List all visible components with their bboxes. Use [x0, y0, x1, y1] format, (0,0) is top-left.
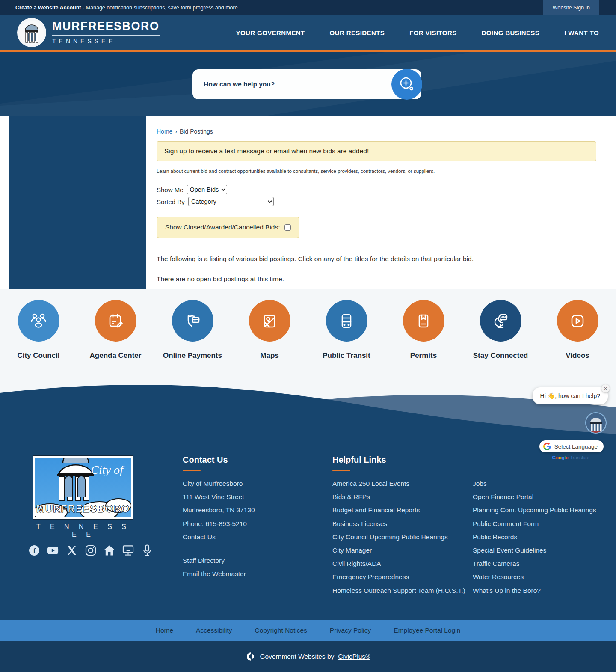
- quicklink-maps[interactable]: Maps: [231, 300, 308, 377]
- footer-link[interactable]: Bids & RFPs: [332, 493, 473, 506]
- bottom-link-accessibility[interactable]: Accessibility: [196, 627, 232, 634]
- permit-book-icon: [403, 300, 444, 342]
- footer-link[interactable]: Business Licenses: [332, 520, 473, 533]
- quicklink-label: Public Transit: [308, 351, 385, 360]
- bottom-links-bar: Home Accessibility Copyright Notices Pri…: [0, 620, 616, 641]
- quicklink-label: Videos: [539, 351, 616, 360]
- footer-link[interactable]: Special Event Guidelines: [473, 547, 613, 560]
- nextdoor-icon[interactable]: [104, 544, 115, 556]
- footer-link[interactable]: Open Finance Portal: [473, 493, 613, 506]
- quicklink-public-transit[interactable]: Public Transit: [308, 300, 385, 377]
- select-language-label: Select Language: [554, 443, 598, 450]
- quicklink-label: Agenda Center: [77, 351, 154, 360]
- social-icons-row: f: [28, 544, 153, 556]
- chat-avatar[interactable]: [585, 412, 607, 434]
- bottom-link-employee-portal[interactable]: Employee Portal Login: [394, 627, 460, 634]
- payment-shield-icon: [172, 300, 213, 342]
- footer-logo-image: City of MURFREESBORO: [33, 456, 133, 519]
- footer-link[interactable]: What's Up in the Boro?: [473, 587, 613, 600]
- signup-notice-text: to receive a text message or email when …: [187, 147, 369, 155]
- orange-rule: [332, 470, 350, 471]
- footer-link[interactable]: Homeless Outreach Support Team (H.O.S.T.…: [332, 587, 473, 600]
- helpful-links-col1: America 250 Local Events Bids & RFPs Bud…: [332, 480, 473, 600]
- footer-link[interactable]: Jobs: [473, 480, 613, 493]
- nav-for-visitors[interactable]: FOR VISITORS: [409, 29, 456, 36]
- create-account-rest: - Manage notification subscriptions, sav…: [81, 5, 240, 11]
- chat-close-icon[interactable]: ×: [601, 384, 610, 392]
- nav-our-residents[interactable]: OUR RESIDENTS: [330, 29, 385, 36]
- nav-i-want-to[interactable]: I WANT TO: [564, 29, 599, 36]
- footer-section: Hi 👋, how can I help? × Select Language …: [0, 377, 616, 672]
- x-icon[interactable]: [66, 544, 77, 556]
- create-account-link[interactable]: Create a Website Account - Manage notifi…: [15, 5, 239, 11]
- footer-wave-graphic: [0, 377, 616, 454]
- logo-city-name: MURFREESBORO: [52, 21, 160, 36]
- breadcrumb: Home›Bid Postings: [157, 116, 596, 135]
- show-me-select[interactable]: Open Bids: [187, 185, 227, 194]
- main-navigation: YOUR GOVERNMENT OUR RESIDENTS FOR VISITO…: [236, 29, 599, 36]
- nav-doing-business[interactable]: DOING BUSINESS: [482, 29, 540, 36]
- civicplus-text: Government Websites by: [260, 653, 335, 660]
- quicklink-online-payments[interactable]: Online Payments: [154, 300, 231, 377]
- footer-link[interactable]: Civil Rights/ADA: [332, 560, 473, 573]
- civicplus-logo-icon: [246, 651, 256, 662]
- footer-link[interactable]: Budget and Financial Reports: [332, 506, 473, 520]
- footer-link[interactable]: Public Comment Form: [473, 520, 613, 533]
- quicklink-videos[interactable]: Videos: [539, 300, 616, 377]
- quicklink-city-council[interactable]: City Council: [0, 300, 77, 377]
- site-header: MURFREESBORO TENNESSEE YOUR GOVERNMENT O…: [0, 15, 616, 50]
- chat-greeting-bubble: Hi 👋, how can I help?: [533, 387, 608, 404]
- footer-link[interactable]: Public Records: [473, 533, 613, 547]
- footer-link[interactable]: Water Resources: [473, 573, 613, 586]
- signup-link[interactable]: Sign up: [164, 147, 187, 155]
- search-input[interactable]: [192, 69, 421, 99]
- contact-line: Murfreesboro, TN 37130: [183, 506, 255, 520]
- video-play-icon: [557, 300, 598, 342]
- signup-notice-banner: Sign up to receive a text message or ema…: [157, 141, 596, 161]
- footer-link[interactable]: Emergency Preparedness: [332, 573, 473, 586]
- footer-link[interactable]: City Council Upcoming Public Hearings: [332, 533, 473, 547]
- bottom-link-privacy[interactable]: Privacy Policy: [330, 627, 371, 634]
- bottom-link-home[interactable]: Home: [156, 627, 173, 634]
- instagram-icon[interactable]: [85, 544, 96, 556]
- quick-links-row: City Council Agenda Center Online Paymen…: [0, 289, 616, 377]
- footer-link[interactable]: City Manager: [332, 547, 473, 560]
- quicklink-agenda-center[interactable]: Agenda Center: [77, 300, 154, 377]
- search-button[interactable]: [391, 69, 422, 100]
- bottom-link-copyright[interactable]: Copyright Notices: [255, 627, 307, 634]
- contact-heading: Contact Us: [183, 455, 255, 465]
- youtube-icon[interactable]: [47, 544, 59, 556]
- facebook-icon[interactable]: f: [28, 544, 40, 556]
- intro-text: Learn about current bid and contract opp…: [157, 169, 596, 174]
- monitor-icon[interactable]: [122, 544, 134, 556]
- rotunda-avatar-icon: [586, 413, 606, 433]
- quicklink-label: Maps: [231, 351, 308, 360]
- nav-your-government[interactable]: YOUR GOVERNMENT: [236, 29, 305, 36]
- show-closed-bids-box: Show Closed/Awarded/Cancelled Bids:: [157, 217, 299, 238]
- microphone-icon[interactable]: [141, 544, 153, 556]
- civicplus-link[interactable]: CivicPlus®: [338, 653, 370, 660]
- footer-link[interactable]: Traffic Cameras: [473, 560, 613, 573]
- sorted-by-select[interactable]: Category: [188, 197, 274, 206]
- email-webmaster-link[interactable]: Email the Webmaster: [183, 570, 255, 583]
- website-signin-button[interactable]: Website Sign In: [543, 0, 599, 15]
- city-seal-logo[interactable]: [17, 18, 46, 47]
- quicklink-stay-connected[interactable]: Stay Connected: [462, 300, 539, 377]
- listing-empty-message: There are no open bid postings at this t…: [157, 275, 596, 283]
- select-language-button[interactable]: Select Language: [539, 440, 604, 452]
- footer-link[interactable]: America 250 Local Events: [332, 480, 473, 493]
- logo-text: MURFREESBORO TENNESSEE: [52, 21, 160, 45]
- bus-icon: [326, 300, 367, 342]
- footer-link[interactable]: Planning Com. Upcoming Public Hearings: [473, 506, 613, 520]
- contact-us-link[interactable]: Contact Us: [183, 533, 255, 547]
- show-closed-bids-checkbox[interactable]: [284, 224, 291, 231]
- left-sidebar-panel: [9, 116, 146, 289]
- bid-filters: Show Me Open Bids Sorted By Category: [157, 185, 596, 206]
- utility-bar: Create a Website Account - Manage notifi…: [0, 0, 616, 15]
- quicklink-label: City Council: [0, 351, 77, 360]
- logo-state-name: TENNESSEE: [52, 38, 160, 45]
- quicklink-permits[interactable]: Permits: [385, 300, 462, 377]
- breadcrumb-home-link[interactable]: Home: [157, 128, 172, 135]
- staff-directory-link[interactable]: Staff Directory: [183, 557, 255, 570]
- footer-helpful-links-column: Helpful Links America 250 Local Events B…: [332, 455, 613, 600]
